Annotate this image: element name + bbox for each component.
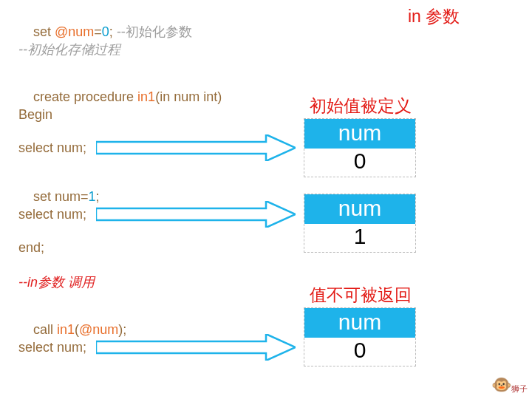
- result-value: 0: [304, 338, 415, 366]
- kw-set: set: [33, 24, 55, 39]
- literal-0: 0: [102, 24, 109, 39]
- comment-init-proc: --初始化存储过程: [18, 41, 120, 58]
- diagram-canvas: in 参数 set @num=0; --初始化参数 --初始化存储过程 crea…: [0, 0, 532, 399]
- arrow-icon: [96, 134, 296, 161]
- code-line-end: end;: [18, 240, 44, 256]
- result-box-3: num 0: [304, 307, 416, 366]
- svg-marker-0: [96, 134, 296, 161]
- proc-name: in1: [137, 89, 155, 104]
- comment-init-param: --初始化参数: [117, 24, 192, 39]
- code-line-select-3: select num;: [18, 340, 86, 355]
- svg-marker-1: [96, 201, 296, 228]
- literal-1: 1: [89, 189, 96, 204]
- result-header: num: [304, 194, 415, 224]
- code-line-begin: Begin: [18, 107, 52, 123]
- svg-marker-2: [96, 334, 296, 361]
- result-value: 0: [304, 149, 415, 177]
- label-defined: 初始值被定义: [310, 95, 412, 117]
- code-line-select-2: select num;: [18, 207, 86, 222]
- result-value: 1: [304, 224, 415, 252]
- watermark-label: 狮子: [511, 384, 528, 393]
- comment-call: --in参数 调用: [18, 273, 95, 291]
- result-header: num: [304, 308, 415, 338]
- arrow-icon: [96, 201, 296, 228]
- watermark-icon: 🐵狮子: [491, 375, 528, 395]
- result-box-2: num 1: [304, 194, 416, 253]
- page-title: in 参数: [408, 5, 460, 28]
- var-num: @num: [55, 24, 94, 39]
- arrow-icon: [96, 334, 296, 361]
- result-box-1: num 0: [304, 118, 416, 177]
- result-header: num: [304, 119, 415, 149]
- label-noreturn: 值不可被返回: [310, 284, 412, 307]
- code-line-select-1: select num;: [18, 140, 86, 156]
